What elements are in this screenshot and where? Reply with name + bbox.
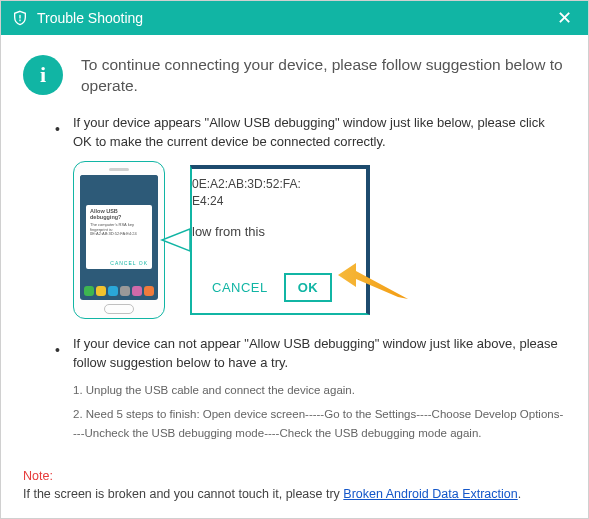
note-label: Note: [23,469,53,483]
phone-modal: Allow USB debugging? The computer's RSA … [86,205,152,269]
phone-modal-actions: CANCEL OK [110,260,148,266]
phone-home-button [104,304,134,314]
intro-row: i To continue connecting your device, pl… [23,55,566,97]
ok-button[interactable]: OK [284,273,333,302]
info-icon: i [23,55,63,95]
bullet-1-text: If your device appears "Allow USB debugg… [73,113,566,152]
list-item: If your device appears "Allow USB debugg… [73,113,566,320]
list-item: If your device can not appear "Allow USB… [73,334,566,442]
svg-marker-1 [338,263,408,299]
illustration: Allow USB debugging? The computer's RSA … [73,160,566,320]
svg-marker-0 [162,229,190,251]
phone-speaker [109,168,129,171]
cancel-button[interactable]: CANCEL [212,280,268,295]
footer-tail: . [518,487,521,501]
phone-dock [84,286,154,296]
shield-icon [11,9,29,27]
zoom-panel: 0E:A2:AB:3D:52:FA: E4:24 low from this C… [190,165,370,315]
callout-tail-icon [160,225,190,255]
phone-screen: Allow USB debugging? The computer's RSA … [80,175,158,300]
intro-text: To continue connecting your device, plea… [81,55,566,97]
step-1: 1. Unplug the USB cable and connect the … [73,381,566,399]
footer-note: Note: If the screen is broken and you ca… [1,467,588,519]
zoom-line-3: low from this [192,224,362,239]
content-area: i To continue connecting your device, pl… [1,35,588,467]
step-2: 2. Need 5 steps to finish: Open device s… [73,405,566,442]
titlebar-title: Trouble Shooting [37,10,143,26]
broken-android-link[interactable]: Broken Android Data Extraction [343,487,517,501]
phone-modal-title: Allow USB debugging? [90,208,148,220]
phone-mockup: Allow USB debugging? The computer's RSA … [73,161,165,319]
zoom-line-2: E4:24 [192,194,362,208]
bullet-2-text: If your device can not appear "Allow USB… [73,334,566,373]
steps: 1. Unplug the USB cable and connect the … [73,381,566,442]
titlebar: Trouble Shooting ✕ [1,1,588,35]
phone-modal-body: The computer's RSA key fingerprint is: 0… [90,223,148,237]
zoom-line-1: 0E:A2:AB:3D:52:FA: [192,177,362,191]
close-icon[interactable]: ✕ [551,7,578,29]
instruction-list: If your device appears "Allow USB debugg… [23,113,566,442]
pointer-arrow-icon [338,261,408,301]
footer-text: If the screen is broken and you cannot t… [23,487,343,501]
